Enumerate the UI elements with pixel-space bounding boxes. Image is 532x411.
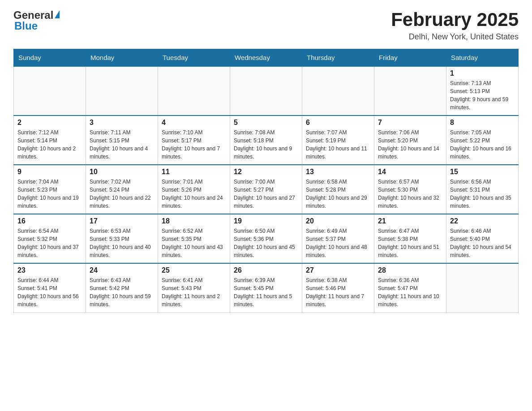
calendar-cell: 7Sunrise: 7:06 AM Sunset: 5:20 PM Daylig… bbox=[374, 116, 446, 165]
calendar-cell: 5Sunrise: 7:08 AM Sunset: 5:18 PM Daylig… bbox=[230, 116, 302, 165]
cell-date-number: 4 bbox=[162, 119, 226, 127]
cell-date-number: 21 bbox=[378, 217, 442, 225]
calendar-cell: 18Sunrise: 6:52 AM Sunset: 5:35 PM Dayli… bbox=[158, 214, 230, 263]
logo: General Blue bbox=[13, 9, 60, 32]
title-area: February 2025 Delhi, New York, United St… bbox=[391, 9, 519, 42]
calendar-cell: 10Sunrise: 7:02 AM Sunset: 5:24 PM Dayli… bbox=[86, 165, 158, 214]
cell-date-number: 14 bbox=[378, 168, 442, 176]
calendar-cell: 9Sunrise: 7:04 AM Sunset: 5:23 PM Daylig… bbox=[14, 165, 86, 214]
weekday-header-tuesday: Tuesday bbox=[158, 49, 230, 67]
cell-date-number: 23 bbox=[17, 266, 82, 274]
calendar-cell: 24Sunrise: 6:43 AM Sunset: 5:42 PM Dayli… bbox=[86, 263, 158, 313]
cell-date-number: 11 bbox=[162, 168, 226, 176]
cell-sun-info: Sunrise: 6:49 AM Sunset: 5:37 PM Dayligh… bbox=[306, 227, 370, 259]
cell-sun-info: Sunrise: 6:54 AM Sunset: 5:32 PM Dayligh… bbox=[17, 227, 82, 259]
cell-sun-info: Sunrise: 7:11 AM Sunset: 5:15 PM Dayligh… bbox=[90, 128, 154, 161]
calendar-table: SundayMondayTuesdayWednesdayThursdayFrid… bbox=[13, 49, 519, 313]
cell-sun-info: Sunrise: 6:47 AM Sunset: 5:38 PM Dayligh… bbox=[378, 227, 442, 259]
cell-sun-info: Sunrise: 6:50 AM Sunset: 5:36 PM Dayligh… bbox=[234, 227, 298, 259]
calendar-header: SundayMondayTuesdayWednesdayThursdayFrid… bbox=[14, 49, 519, 67]
cell-date-number: 17 bbox=[90, 217, 154, 225]
cell-sun-info: Sunrise: 7:02 AM Sunset: 5:24 PM Dayligh… bbox=[90, 178, 154, 210]
cell-sun-info: Sunrise: 7:13 AM Sunset: 5:13 PM Dayligh… bbox=[450, 79, 515, 111]
weekday-header-thursday: Thursday bbox=[302, 49, 374, 67]
calendar-cell: 15Sunrise: 6:56 AM Sunset: 5:31 PM Dayli… bbox=[446, 165, 519, 214]
cell-sun-info: Sunrise: 6:39 AM Sunset: 5:45 PM Dayligh… bbox=[234, 276, 298, 308]
cell-sun-info: Sunrise: 7:04 AM Sunset: 5:23 PM Dayligh… bbox=[17, 178, 82, 210]
cell-date-number: 12 bbox=[234, 168, 298, 176]
subtitle: Delhi, New York, United States bbox=[391, 32, 519, 42]
cell-sun-info: Sunrise: 7:01 AM Sunset: 5:26 PM Dayligh… bbox=[162, 178, 226, 210]
calendar-cell: 28Sunrise: 6:36 AM Sunset: 5:47 PM Dayli… bbox=[374, 263, 446, 313]
calendar-cell: 21Sunrise: 6:47 AM Sunset: 5:38 PM Dayli… bbox=[374, 214, 446, 263]
weekday-header-row: SundayMondayTuesdayWednesdayThursdayFrid… bbox=[14, 49, 519, 67]
cell-sun-info: Sunrise: 7:06 AM Sunset: 5:20 PM Dayligh… bbox=[378, 128, 442, 161]
logo-triangle-icon bbox=[55, 10, 60, 18]
page-header: General Blue February 2025 Delhi, New Yo… bbox=[13, 9, 519, 42]
cell-date-number: 13 bbox=[306, 168, 370, 176]
calendar-cell bbox=[230, 66, 302, 116]
cell-date-number: 20 bbox=[306, 217, 370, 225]
calendar-cell: 3Sunrise: 7:11 AM Sunset: 5:15 PM Daylig… bbox=[86, 116, 158, 165]
calendar-cell bbox=[158, 66, 230, 116]
cell-date-number: 2 bbox=[17, 119, 82, 127]
calendar-week-row: 23Sunrise: 6:44 AM Sunset: 5:41 PM Dayli… bbox=[14, 263, 519, 313]
cell-sun-info: Sunrise: 6:36 AM Sunset: 5:47 PM Dayligh… bbox=[378, 276, 442, 308]
logo-blue-text: Blue bbox=[14, 20, 38, 32]
cell-sun-info: Sunrise: 6:38 AM Sunset: 5:46 PM Dayligh… bbox=[306, 276, 370, 308]
cell-date-number: 1 bbox=[450, 69, 515, 77]
calendar-week-row: 1Sunrise: 7:13 AM Sunset: 5:13 PM Daylig… bbox=[14, 66, 519, 116]
cell-date-number: 5 bbox=[234, 119, 298, 127]
cell-sun-info: Sunrise: 6:53 AM Sunset: 5:33 PM Dayligh… bbox=[90, 227, 154, 259]
calendar-week-row: 16Sunrise: 6:54 AM Sunset: 5:32 PM Dayli… bbox=[14, 214, 519, 263]
cell-date-number: 19 bbox=[234, 217, 298, 225]
calendar-cell: 13Sunrise: 6:58 AM Sunset: 5:28 PM Dayli… bbox=[302, 165, 374, 214]
calendar-cell: 1Sunrise: 7:13 AM Sunset: 5:13 PM Daylig… bbox=[446, 66, 519, 116]
calendar-week-row: 9Sunrise: 7:04 AM Sunset: 5:23 PM Daylig… bbox=[14, 165, 519, 214]
calendar-cell: 22Sunrise: 6:46 AM Sunset: 5:40 PM Dayli… bbox=[446, 214, 519, 263]
calendar-cell: 11Sunrise: 7:01 AM Sunset: 5:26 PM Dayli… bbox=[158, 165, 230, 214]
calendar-cell: 6Sunrise: 7:07 AM Sunset: 5:19 PM Daylig… bbox=[302, 116, 374, 165]
calendar-cell bbox=[86, 66, 158, 116]
cell-sun-info: Sunrise: 7:10 AM Sunset: 5:17 PM Dayligh… bbox=[162, 128, 226, 161]
calendar-cell: 8Sunrise: 7:05 AM Sunset: 5:22 PM Daylig… bbox=[446, 116, 519, 165]
cell-date-number: 18 bbox=[162, 217, 226, 225]
cell-sun-info: Sunrise: 7:00 AM Sunset: 5:27 PM Dayligh… bbox=[234, 178, 298, 210]
cell-date-number: 15 bbox=[450, 168, 515, 176]
cell-date-number: 16 bbox=[17, 217, 82, 225]
cell-date-number: 3 bbox=[90, 119, 154, 127]
calendar-cell bbox=[14, 66, 86, 116]
cell-sun-info: Sunrise: 6:52 AM Sunset: 5:35 PM Dayligh… bbox=[162, 227, 226, 259]
cell-date-number: 27 bbox=[306, 266, 370, 274]
weekday-header-monday: Monday bbox=[86, 49, 158, 67]
calendar-cell: 20Sunrise: 6:49 AM Sunset: 5:37 PM Dayli… bbox=[302, 214, 374, 263]
cell-date-number: 10 bbox=[90, 168, 154, 176]
calendar-cell: 23Sunrise: 6:44 AM Sunset: 5:41 PM Dayli… bbox=[14, 263, 86, 313]
calendar-cell: 26Sunrise: 6:39 AM Sunset: 5:45 PM Dayli… bbox=[230, 263, 302, 313]
calendar-cell bbox=[374, 66, 446, 116]
cell-date-number: 24 bbox=[90, 266, 154, 274]
weekday-header-saturday: Saturday bbox=[446, 49, 519, 67]
calendar-cell: 2Sunrise: 7:12 AM Sunset: 5:14 PM Daylig… bbox=[14, 116, 86, 165]
calendar-cell: 27Sunrise: 6:38 AM Sunset: 5:46 PM Dayli… bbox=[302, 263, 374, 313]
cell-date-number: 28 bbox=[378, 266, 442, 274]
cell-sun-info: Sunrise: 7:08 AM Sunset: 5:18 PM Dayligh… bbox=[234, 128, 298, 161]
cell-date-number: 9 bbox=[17, 168, 82, 176]
cell-sun-info: Sunrise: 7:05 AM Sunset: 5:22 PM Dayligh… bbox=[450, 128, 515, 161]
cell-sun-info: Sunrise: 6:58 AM Sunset: 5:28 PM Dayligh… bbox=[306, 178, 370, 210]
cell-date-number: 25 bbox=[162, 266, 226, 274]
cell-date-number: 7 bbox=[378, 119, 442, 127]
calendar-cell: 14Sunrise: 6:57 AM Sunset: 5:30 PM Dayli… bbox=[374, 165, 446, 214]
weekday-header-friday: Friday bbox=[374, 49, 446, 67]
weekday-header-sunday: Sunday bbox=[14, 49, 86, 67]
weekday-header-wednesday: Wednesday bbox=[230, 49, 302, 67]
cell-sun-info: Sunrise: 7:07 AM Sunset: 5:19 PM Dayligh… bbox=[306, 128, 370, 161]
calendar-week-row: 2Sunrise: 7:12 AM Sunset: 5:14 PM Daylig… bbox=[14, 116, 519, 165]
calendar-cell: 4Sunrise: 7:10 AM Sunset: 5:17 PM Daylig… bbox=[158, 116, 230, 165]
cell-sun-info: Sunrise: 6:56 AM Sunset: 5:31 PM Dayligh… bbox=[450, 178, 515, 210]
calendar-cell bbox=[446, 263, 519, 313]
calendar-cell: 17Sunrise: 6:53 AM Sunset: 5:33 PM Dayli… bbox=[86, 214, 158, 263]
page-title: February 2025 bbox=[391, 9, 519, 30]
cell-date-number: 6 bbox=[306, 119, 370, 127]
calendar-cell: 25Sunrise: 6:41 AM Sunset: 5:43 PM Dayli… bbox=[158, 263, 230, 313]
